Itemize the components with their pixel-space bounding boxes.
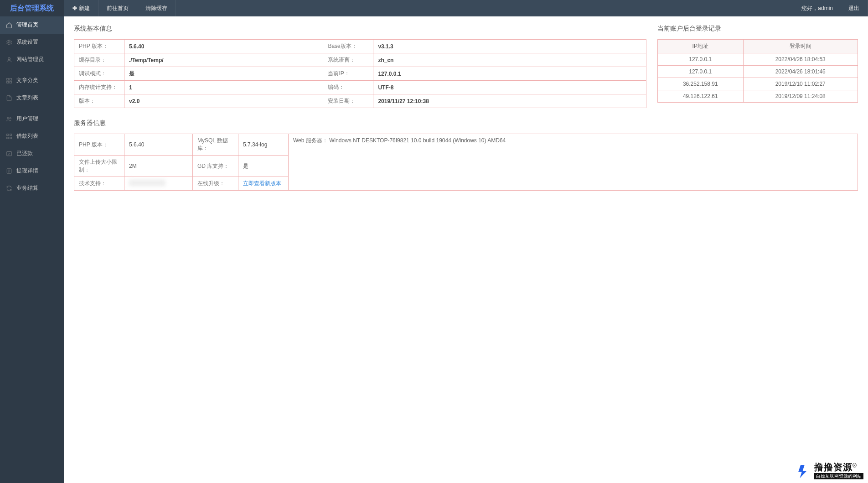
gear-icon — [5, 39, 13, 46]
login-log-table: IP地址 登录时间 127.0.0.12022/04/26 18:04:5312… — [657, 39, 858, 103]
clear-cache-button[interactable]: 清除缓存 — [137, 0, 176, 16]
sidebar-item-loan-list[interactable]: 借款列表 — [0, 128, 64, 145]
svg-point-1 — [8, 57, 10, 60]
login-header-ip: IP地址 — [658, 40, 744, 53]
sidebar-item-site-admin[interactable]: 网站管理员 — [0, 51, 64, 68]
sidebar-item-article-cat[interactable]: 文章分类 — [0, 72, 64, 89]
table-row: 内存统计支持：1编码：UTF-8 — [74, 81, 646, 94]
server-upload-value: 2M — [124, 156, 193, 177]
svg-rect-4 — [7, 81, 9, 83]
sidebar-item-user-mgmt[interactable]: 用户管理 — [0, 110, 64, 128]
table-row: 调试模式：是当前IP：127.0.0.1 — [74, 67, 646, 81]
svg-marker-14 — [798, 465, 806, 478]
basic-label: Base版本： — [323, 40, 373, 53]
table-row: 127.0.0.12022/04/26 18:01:46 — [658, 66, 858, 78]
app-logo: 后台管理系统 — [0, 0, 64, 16]
upgrade-link[interactable]: 立即查看新版本 — [243, 180, 281, 187]
table-row: PHP 版本： 5.6.40 MySQL 数据库： 5.7.34-log Web… — [74, 134, 858, 156]
server-support-label: 技术支持： — [74, 177, 124, 191]
grid-icon — [5, 77, 13, 84]
login-ip: 49.126.122.61 — [658, 90, 744, 103]
svg-rect-3 — [10, 78, 11, 80]
sidebar-item-repaid[interactable]: 已还款 — [0, 145, 64, 162]
watermark-text: 撸撸资源® 白嫖互联网资源的网站 — [814, 462, 863, 479]
login-time: 2022/04/26 18:04:53 — [743, 53, 858, 66]
basic-value: zh_cn — [373, 53, 646, 67]
server-upload-label: 文件上传大小限制： — [74, 156, 124, 177]
user-icon — [5, 56, 13, 63]
watermark-sup: ® — [852, 462, 857, 469]
server-gd-value: 是 — [238, 156, 289, 177]
sidebar: 管理首页 系统设置 网站管理员 文章分类 文章列表 用户管理 借款列表 — [0, 16, 64, 483]
watermark-title: 撸撸资源 — [814, 462, 852, 472]
basic-label: 编码： — [323, 81, 373, 94]
basic-value: 1 — [124, 81, 323, 94]
login-log-title: 当前账户后台登录记录 — [657, 25, 858, 33]
sidebar-item-label: 已还款 — [16, 150, 33, 157]
sidebar-item-dashboard[interactable]: 管理首页 — [0, 16, 64, 34]
sidebar-item-label: 借款列表 — [16, 132, 38, 140]
sidebar-item-biz-settle[interactable]: 业务结算 — [0, 180, 64, 197]
watermark-logo-icon — [796, 463, 811, 479]
sidebar-item-label: 文章分类 — [16, 77, 38, 84]
basic-value: 2019/11/27 12:10:38 — [373, 94, 646, 108]
list-icon — [5, 133, 13, 140]
refresh-icon — [5, 185, 13, 192]
sidebar-item-label: 网站管理员 — [16, 56, 44, 63]
login-ip: 127.0.0.1 — [658, 66, 744, 78]
table-row: 36.252.158.912019/12/10 11:02:27 — [658, 78, 858, 90]
watermark: 撸撸资源® 白嫖互联网资源的网站 — [796, 462, 863, 479]
basic-label: 内存统计支持： — [74, 81, 124, 94]
login-ip: 127.0.0.1 — [658, 53, 744, 66]
svg-point-7 — [10, 117, 11, 119]
sidebar-item-label: 用户管理 — [16, 115, 38, 123]
login-time: 2019/12/09 11:24:08 — [743, 90, 858, 103]
sidebar-item-label: 系统设置 — [16, 38, 38, 46]
server-gd-label: GD 库支持： — [193, 156, 238, 177]
svg-rect-11 — [10, 137, 12, 139]
svg-rect-10 — [7, 137, 9, 139]
server-upgrade-label: 在线升级： — [193, 177, 238, 191]
new-button-label: 新建 — [79, 5, 90, 11]
server-mysql-value: 5.7.34-log — [238, 134, 289, 156]
table-row: 127.0.0.12022/04/26 18:04:53 — [658, 53, 858, 66]
basic-label: 缓存目录： — [74, 53, 124, 67]
basic-value: v2.0 — [124, 94, 323, 108]
basic-label: 系统语言： — [323, 53, 373, 67]
home-icon — [5, 21, 13, 29]
basic-value: ./Temp/Temp/ — [124, 53, 323, 67]
login-header-time: 登录时间 — [743, 40, 858, 53]
sidebar-item-article-list[interactable]: 文章列表 — [0, 89, 64, 107]
logout-button[interactable]: 退出 — [840, 0, 868, 16]
server-mysql-label: MySQL 数据库： — [193, 134, 238, 156]
basic-label: 安装日期： — [323, 94, 373, 108]
sidebar-item-settings[interactable]: 系统设置 — [0, 34, 64, 51]
svg-rect-12 — [7, 151, 12, 156]
table-row: 版本：v2.0安装日期：2019/11/27 12:10:38 — [74, 94, 646, 108]
new-button[interactable]: ✚新建 — [64, 0, 98, 16]
basic-label: 当前IP： — [323, 67, 373, 81]
topbar-left: ✚新建 前往首页 清除缓存 — [64, 0, 176, 16]
server-info-title: 服务器信息 — [74, 119, 858, 127]
basic-value: 127.0.0.1 — [373, 67, 646, 81]
users-icon — [5, 115, 13, 123]
svg-point-0 — [8, 42, 10, 43]
server-web-value: Windows NT DESKTOP-76I9821 10.0 build 19… — [329, 137, 506, 144]
server-php-label: PHP 版本： — [74, 134, 124, 156]
sidebar-item-label: 业务结算 — [16, 184, 38, 192]
server-web-cell: Web 服务器： Windows NT DESKTOP-76I9821 10.0… — [289, 134, 858, 191]
main-content: 系统基本信息 PHP 版本：5.6.40Base版本：v3.1.3缓存目录：./… — [64, 16, 868, 483]
sidebar-item-withdraw-detail[interactable]: 提现详情 — [0, 162, 64, 180]
sidebar-item-label: 文章列表 — [16, 94, 38, 102]
basic-label: 版本： — [74, 94, 124, 108]
sheet-icon — [5, 167, 13, 175]
sidebar-item-label: 管理首页 — [16, 21, 38, 29]
table-row: 缓存目录：./Temp/Temp/系统语言：zh_cn — [74, 53, 646, 67]
basic-label: 调试模式： — [74, 67, 124, 81]
svg-rect-8 — [7, 134, 9, 135]
check-icon — [5, 150, 13, 157]
sidebar-item-label: 提现详情 — [16, 167, 38, 175]
goto-home-button[interactable]: 前往首页 — [98, 0, 137, 16]
server-php-value: 5.6.40 — [124, 134, 193, 156]
basic-info-title: 系统基本信息 — [74, 25, 646, 33]
